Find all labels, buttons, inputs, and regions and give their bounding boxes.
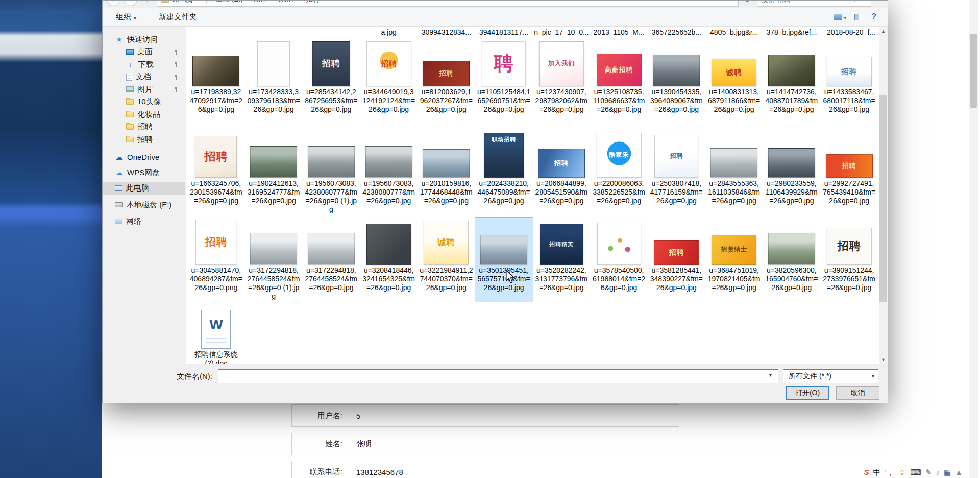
file-item[interactable]: 诚聘u=3221984911,2744070370&fm=26&gp=0.jpg — [418, 218, 475, 302]
file-item[interactable]: 招聘u=3045881470,406894287&fm=26&gp=0.png — [187, 218, 245, 302]
file-item[interactable]: u=2980233559,1106439929&fm=26&gp=0.jpg — [763, 131, 821, 215]
file-item[interactable]: u=2010159816,1774468448&fm=26&gp=0.jpg — [418, 131, 475, 215]
tray-arrow-icon[interactable]: ▲ — [955, 468, 963, 477]
sogou-input-icon[interactable]: S — [864, 468, 869, 477]
file-name-partial[interactable]: 30994312834... — [418, 28, 475, 37]
file-list-scrollbar[interactable]: ▲ ▼ — [879, 27, 888, 364]
address-bar[interactable]: 此电脑›本地磁盘 (E:)›图片›7图片›招聘 — [157, 1, 739, 7]
breadcrumb-item[interactable]: 图片 — [254, 1, 267, 4]
file-item[interactable]: u=3820596300,165904760&fm=26&gp=0.jpg — [763, 218, 821, 302]
file-name-partial[interactable]: a.jpg — [360, 28, 418, 37]
new-folder-button[interactable]: 新建文件夹 — [159, 12, 197, 22]
organize-button[interactable]: 组织 — [116, 12, 136, 22]
scroll-down-icon[interactable]: ▼ — [879, 355, 888, 364]
soft-keyboard-icon[interactable]: ⌨ — [910, 468, 921, 477]
file-name-partial[interactable]: 378_b.jpg&ref... — [763, 28, 821, 37]
file-name-partial[interactable]: 39441813117... — [475, 28, 533, 37]
search-input[interactable] — [757, 1, 854, 4]
help-icon[interactable] — [871, 12, 876, 21]
file-item[interactable]: 招聘u=1663245706,2301539674&fm=26&gp=0.jpg — [187, 131, 245, 215]
cancel-button[interactable]: 取消 — [836, 386, 879, 400]
sidebar-item[interactable]: 下载 — [103, 58, 185, 71]
sidebar-item[interactable]: 10头像 — [103, 96, 185, 109]
file-item[interactable]: 加入我们u=1237430907,2987982062&fm=26&gp=0.j… — [533, 39, 591, 115]
file-item[interactable]: 招聘精英u=3520282242,3131773796&fm=26&gp=0.j… — [533, 218, 591, 302]
file-item[interactable]: 招贤纳士u=3684751019,1970821405&fm=26&gp=0.j… — [705, 218, 763, 302]
file-item[interactable]: 招聘u=344649019,3124192124&fm=26&gp=0.jpg — [360, 39, 418, 115]
file-item[interactable]: u=2843555363,1611035846&fm=26&gp=0.jpg — [705, 131, 763, 215]
sidebar-item[interactable]: 招聘 — [103, 133, 185, 146]
file-item[interactable]: 招聘u=2992727491,765439418&fm=26&gp=0.jpg — [820, 131, 878, 215]
file-item[interactable]: 招聘信息系统 (2).doc — [187, 302, 245, 364]
file-item[interactable]: u=3578540500,61988014&fm=26&gp=0.jpg — [590, 218, 648, 302]
file-item[interactable]: 招聘u=3581285441,348390227&fm=26&gp=0.jpg — [648, 218, 705, 302]
file-name-partial[interactable]: 4805_b.jpg&r... — [705, 28, 763, 37]
file-item[interactable]: 招聘u=3909151244,2733976651&fm=26&gp=0.jpg — [820, 218, 878, 302]
file-item[interactable]: u=1414742736,4088701789&fm=26&gp=0.jpg — [763, 39, 821, 115]
breadcrumb-item[interactable]: 7图片 — [278, 1, 295, 4]
scroll-up-icon[interactable]: ▲ — [879, 27, 888, 36]
back-button[interactable] — [107, 1, 120, 6]
file-item[interactable]: 招聘u=1433583467,680017118&fm=26&gp=0.jpg — [820, 39, 878, 115]
emoji-icon[interactable]: ☺ — [898, 468, 906, 477]
file-item[interactable]: 高薪招聘u=1325108735,1109686637&fm=26&gp=0.j… — [590, 39, 648, 115]
file-item[interactable]: 招聘u=2066844899,2805451590&fm=26&gp=0.jpg — [533, 131, 591, 215]
sidebar-item[interactable]: OneDrive — [103, 151, 185, 164]
sidebar-item[interactable]: 此电脑 — [103, 182, 185, 195]
file-item[interactable]: 聘u=1105125484,1652690751&fm=26&gp=0.jpg — [475, 39, 533, 115]
file-item[interactable]: 招聘u=285434142,2867256953&fm=26&gp=0.jpg — [303, 39, 360, 115]
file-item[interactable]: u=1390454335,3964089067&fm=26&gp=0.jpg — [648, 39, 705, 115]
chevron-down-icon[interactable] — [769, 372, 772, 378]
sidebar-item[interactable]: 图片 — [103, 83, 185, 96]
sidebar-item[interactable]: 本地磁盘 (E:) — [103, 199, 185, 211]
file-item[interactable]: 诚聘u=1400831313,687911866&fm=26&gp=0.jpg — [705, 39, 763, 115]
file-item[interactable]: u=3501395451,565757100&fm=26&gp=0.jpg — [475, 218, 533, 302]
up-button[interactable] — [141, 1, 153, 4]
tray-voice-icon[interactable]: ♪ — [936, 468, 940, 477]
tray-app-icon[interactable]: ▦ — [944, 468, 951, 477]
form-value[interactable]: 5 — [349, 405, 679, 426]
sidebar-item[interactable]: 文档 — [103, 71, 185, 84]
form-value[interactable]: 13812345678 — [349, 461, 679, 478]
sidebar-item[interactable]: 招聘 — [103, 121, 185, 134]
file-item[interactable]: u=17198389,3247092917&fm=26&gp=0.jpg — [187, 39, 245, 115]
preview-pane-icon[interactable] — [854, 14, 863, 20]
file-item[interactable]: 招聘u=2503807418,417716159&fm=26&gp=0.jpg — [648, 131, 705, 215]
file-item[interactable]: u=173428333,3093796183&fm=26&gp=0.jpg — [245, 39, 303, 115]
file-item[interactable]: u=3208418446,3241654325&fm=26&gp=0.jpg — [360, 218, 418, 302]
scrollbar-thumb[interactable] — [879, 95, 887, 302]
refresh-icon[interactable] — [743, 1, 753, 4]
sidebar-item[interactable]: WPS网盘 — [103, 166, 185, 179]
file-item[interactable]: u=1956073083,4238080777&fm=26&gp=0.jpg — [360, 131, 418, 215]
form-value[interactable]: 张明 — [349, 433, 679, 455]
breadcrumb-item[interactable]: 本地磁盘 (E:) — [204, 1, 243, 4]
sidebar-item[interactable]: 网络 — [103, 216, 185, 228]
file-item[interactable]: 酷家乐u=2200086063,3385226525&fm=26&gp=0.jp… — [590, 131, 648, 215]
lang-chinese-icon[interactable]: 中 — [873, 468, 881, 477]
file-item[interactable]: 招聘u=812003629,1962037267&fm=26&gp=0.jpg — [418, 39, 475, 115]
file-item[interactable]: u=3172294818,2764458524&fm=26&gp=0 (1).j… — [245, 218, 303, 302]
page-scrollbar[interactable] — [969, 0, 978, 478]
sidebar-item[interactable]: 桌面 — [103, 46, 185, 59]
forward-button[interactable] — [124, 1, 137, 6]
filetype-select[interactable]: 所有文件 (*.*) — [783, 369, 878, 383]
file-name-partial[interactable]: 2013_1105_M... — [590, 28, 648, 37]
sidebar-item[interactable]: 化妆品 — [103, 108, 185, 121]
file-name-partial[interactable]: n_pic_17_10_0... — [533, 28, 591, 37]
file-item[interactable]: u=1956073083,4238080777&fm=26&gp=0 (1).j… — [303, 131, 360, 215]
sidebar-item[interactable]: 快速访问 — [103, 33, 185, 46]
change-view-button[interactable] — [834, 12, 846, 21]
file-name-partial[interactable]: _2018-08-20_f... — [820, 28, 878, 37]
file-item[interactable]: u=3172294818,2764458524&fm=26&gp=0.jpg — [303, 218, 360, 302]
file-item[interactable]: 职场招聘u=2024338210,446475089&fm=26&gp=0.jp… — [475, 131, 533, 215]
open-button[interactable]: 打开(O) — [786, 386, 829, 400]
punctuation-icon[interactable]: ’， — [885, 468, 894, 477]
file-name-partial[interactable]: 3657225652b... — [648, 28, 705, 37]
file-item[interactable]: u=1902412613,3169524777&fm=26&gp=0.jpg — [245, 131, 303, 215]
breadcrumb-item[interactable]: 招聘 — [306, 1, 319, 4]
search-box[interactable] — [757, 1, 871, 7]
breadcrumb-item[interactable]: 此电脑 — [173, 1, 192, 4]
pen-icon[interactable]: ✎ — [925, 468, 932, 477]
filename-input[interactable] — [218, 369, 778, 383]
page-scrollbar-thumb[interactable] — [970, 34, 977, 108]
